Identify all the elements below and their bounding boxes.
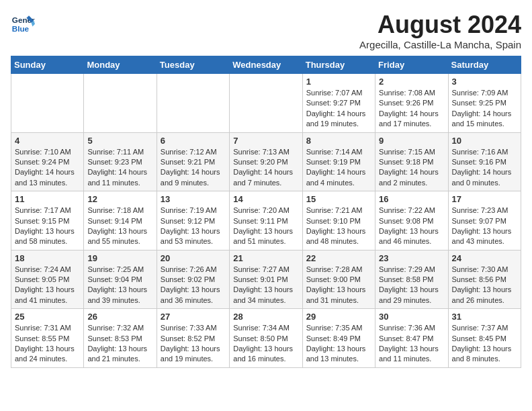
calendar-cell: 1Sunrise: 7:07 AM Sunset: 9:27 PM Daylig… bbox=[302, 74, 375, 133]
day-info: Sunrise: 7:25 AM Sunset: 9:04 PM Dayligh… bbox=[87, 265, 152, 306]
day-info: Sunrise: 7:17 AM Sunset: 9:15 PM Dayligh… bbox=[15, 205, 80, 247]
day-info: Sunrise: 7:31 AM Sunset: 8:55 PM Dayligh… bbox=[15, 323, 80, 365]
weekday-header-wednesday: Wednesday bbox=[230, 56, 302, 74]
weekday-header-friday: Friday bbox=[375, 56, 448, 74]
calendar-cell: 6Sunrise: 7:12 AM Sunset: 9:21 PM Daylig… bbox=[157, 132, 229, 191]
week-row-3: 11Sunrise: 7:17 AM Sunset: 9:15 PM Dayli… bbox=[11, 191, 521, 250]
calendar-cell: 29Sunrise: 7:35 AM Sunset: 8:49 PM Dayli… bbox=[302, 309, 375, 368]
day-info: Sunrise: 7:24 AM Sunset: 9:05 PM Dayligh… bbox=[15, 265, 80, 306]
calendar-cell: 5Sunrise: 7:11 AM Sunset: 9:23 PM Daylig… bbox=[84, 132, 157, 191]
day-number: 12 bbox=[87, 194, 152, 204]
calendar-cell bbox=[230, 74, 302, 133]
day-number: 31 bbox=[452, 312, 517, 322]
day-number: 17 bbox=[452, 194, 517, 204]
calendar-cell: 16Sunrise: 7:22 AM Sunset: 9:08 PM Dayli… bbox=[375, 191, 448, 250]
calendar-cell: 23Sunrise: 7:29 AM Sunset: 8:58 PM Dayli… bbox=[375, 250, 448, 309]
svg-text:Blue: Blue bbox=[12, 24, 30, 33]
calendar-cell: 22Sunrise: 7:28 AM Sunset: 9:00 PM Dayli… bbox=[302, 250, 375, 309]
calendar-cell: 28Sunrise: 7:34 AM Sunset: 8:50 PM Dayli… bbox=[230, 309, 302, 368]
day-info: Sunrise: 7:13 AM Sunset: 9:20 PM Dayligh… bbox=[233, 147, 298, 189]
calendar-cell: 26Sunrise: 7:32 AM Sunset: 8:53 PM Dayli… bbox=[84, 309, 157, 368]
day-info: Sunrise: 7:11 AM Sunset: 9:23 PM Dayligh… bbox=[87, 147, 152, 189]
day-number: 20 bbox=[161, 253, 226, 263]
calendar-cell: 18Sunrise: 7:24 AM Sunset: 9:05 PM Dayli… bbox=[11, 250, 84, 309]
day-info: Sunrise: 7:23 AM Sunset: 9:07 PM Dayligh… bbox=[452, 205, 517, 247]
calendar-cell: 4Sunrise: 7:10 AM Sunset: 9:24 PM Daylig… bbox=[11, 132, 84, 191]
calendar-cell: 10Sunrise: 7:16 AM Sunset: 9:16 PM Dayli… bbox=[448, 132, 521, 191]
day-info: Sunrise: 7:16 AM Sunset: 9:16 PM Dayligh… bbox=[452, 147, 517, 189]
day-number: 21 bbox=[233, 253, 298, 263]
calendar-cell: 7Sunrise: 7:13 AM Sunset: 9:20 PM Daylig… bbox=[230, 132, 302, 191]
day-number: 28 bbox=[233, 312, 298, 322]
day-number: 6 bbox=[161, 136, 226, 146]
week-row-1: 1Sunrise: 7:07 AM Sunset: 9:27 PM Daylig… bbox=[11, 74, 521, 133]
calendar-cell: 15Sunrise: 7:21 AM Sunset: 9:10 PM Dayli… bbox=[302, 191, 375, 250]
day-info: Sunrise: 7:29 AM Sunset: 8:58 PM Dayligh… bbox=[379, 265, 444, 306]
day-info: Sunrise: 7:37 AM Sunset: 8:45 PM Dayligh… bbox=[452, 323, 517, 365]
day-info: Sunrise: 7:28 AM Sunset: 9:00 PM Dayligh… bbox=[306, 265, 371, 306]
day-info: Sunrise: 7:30 AM Sunset: 8:56 PM Dayligh… bbox=[452, 265, 517, 306]
weekday-header-sunday: Sunday bbox=[11, 56, 84, 74]
weekday-header-row: SundayMondayTuesdayWednesdayThursdayFrid… bbox=[11, 56, 521, 74]
day-info: Sunrise: 7:18 AM Sunset: 9:14 PM Dayligh… bbox=[87, 205, 152, 247]
day-number: 14 bbox=[233, 194, 298, 204]
day-number: 11 bbox=[15, 194, 80, 204]
day-info: Sunrise: 7:07 AM Sunset: 9:27 PM Dayligh… bbox=[306, 88, 371, 130]
day-number: 13 bbox=[161, 194, 226, 204]
day-number: 19 bbox=[87, 253, 152, 263]
weekday-header-monday: Monday bbox=[84, 56, 157, 74]
weekday-header-thursday: Thursday bbox=[302, 56, 375, 74]
day-number: 15 bbox=[306, 194, 371, 204]
day-info: Sunrise: 7:22 AM Sunset: 9:08 PM Dayligh… bbox=[379, 205, 444, 247]
header: General Blue August 2024 Argecilla, Cast… bbox=[11, 11, 521, 50]
day-number: 5 bbox=[87, 136, 152, 146]
day-info: Sunrise: 7:21 AM Sunset: 9:10 PM Dayligh… bbox=[306, 205, 371, 247]
week-row-4: 18Sunrise: 7:24 AM Sunset: 9:05 PM Dayli… bbox=[11, 250, 521, 309]
calendar-cell: 13Sunrise: 7:19 AM Sunset: 9:12 PM Dayli… bbox=[157, 191, 229, 250]
day-number: 16 bbox=[379, 194, 444, 204]
calendar-cell: 27Sunrise: 7:33 AM Sunset: 8:52 PM Dayli… bbox=[157, 309, 229, 368]
day-info: Sunrise: 7:36 AM Sunset: 8:47 PM Dayligh… bbox=[379, 323, 444, 365]
day-number: 22 bbox=[306, 253, 371, 263]
day-info: Sunrise: 7:20 AM Sunset: 9:11 PM Dayligh… bbox=[233, 205, 298, 247]
day-number: 26 bbox=[87, 312, 152, 322]
day-info: Sunrise: 7:33 AM Sunset: 8:52 PM Dayligh… bbox=[161, 323, 226, 365]
day-number: 9 bbox=[379, 136, 444, 146]
calendar-cell: 30Sunrise: 7:36 AM Sunset: 8:47 PM Dayli… bbox=[375, 309, 448, 368]
day-info: Sunrise: 7:14 AM Sunset: 9:19 PM Dayligh… bbox=[306, 147, 371, 189]
calendar-cell: 21Sunrise: 7:27 AM Sunset: 9:01 PM Dayli… bbox=[230, 250, 302, 309]
day-number: 27 bbox=[161, 312, 226, 322]
day-number: 4 bbox=[15, 136, 80, 146]
title-area: August 2024 Argecilla, Castille-La Manch… bbox=[359, 11, 521, 50]
calendar-cell: 14Sunrise: 7:20 AM Sunset: 9:11 PM Dayli… bbox=[230, 191, 302, 250]
calendar-cell: 25Sunrise: 7:31 AM Sunset: 8:55 PM Dayli… bbox=[11, 309, 84, 368]
calendar-cell: 9Sunrise: 7:15 AM Sunset: 9:18 PM Daylig… bbox=[375, 132, 448, 191]
day-info: Sunrise: 7:08 AM Sunset: 9:26 PM Dayligh… bbox=[379, 88, 444, 130]
calendar-cell: 31Sunrise: 7:37 AM Sunset: 8:45 PM Dayli… bbox=[448, 309, 521, 368]
day-number: 29 bbox=[306, 312, 371, 322]
calendar-cell: 8Sunrise: 7:14 AM Sunset: 9:19 PM Daylig… bbox=[302, 132, 375, 191]
logo-icon: General Blue bbox=[11, 11, 35, 35]
day-number: 23 bbox=[379, 253, 444, 263]
day-number: 2 bbox=[379, 77, 444, 87]
calendar-cell: 2Sunrise: 7:08 AM Sunset: 9:26 PM Daylig… bbox=[375, 74, 448, 133]
weekday-header-saturday: Saturday bbox=[448, 56, 521, 74]
calendar-cell: 3Sunrise: 7:09 AM Sunset: 9:25 PM Daylig… bbox=[448, 74, 521, 133]
location: Argecilla, Castille-La Mancha, Spain bbox=[359, 39, 521, 50]
day-info: Sunrise: 7:10 AM Sunset: 9:24 PM Dayligh… bbox=[15, 147, 80, 189]
day-number: 3 bbox=[452, 77, 517, 87]
day-info: Sunrise: 7:27 AM Sunset: 9:01 PM Dayligh… bbox=[233, 265, 298, 306]
calendar-cell: 12Sunrise: 7:18 AM Sunset: 9:14 PM Dayli… bbox=[84, 191, 157, 250]
calendar-cell bbox=[157, 74, 229, 133]
day-number: 18 bbox=[15, 253, 80, 263]
day-number: 8 bbox=[306, 136, 371, 146]
day-info: Sunrise: 7:12 AM Sunset: 9:21 PM Dayligh… bbox=[161, 147, 226, 189]
month-year: August 2024 bbox=[359, 11, 521, 39]
week-row-5: 25Sunrise: 7:31 AM Sunset: 8:55 PM Dayli… bbox=[11, 309, 521, 368]
calendar-cell: 19Sunrise: 7:25 AM Sunset: 9:04 PM Dayli… bbox=[84, 250, 157, 309]
weekday-header-tuesday: Tuesday bbox=[157, 56, 229, 74]
day-info: Sunrise: 7:32 AM Sunset: 8:53 PM Dayligh… bbox=[87, 323, 152, 365]
day-info: Sunrise: 7:19 AM Sunset: 9:12 PM Dayligh… bbox=[161, 205, 226, 247]
day-info: Sunrise: 7:15 AM Sunset: 9:18 PM Dayligh… bbox=[379, 147, 444, 189]
day-number: 1 bbox=[306, 77, 371, 87]
